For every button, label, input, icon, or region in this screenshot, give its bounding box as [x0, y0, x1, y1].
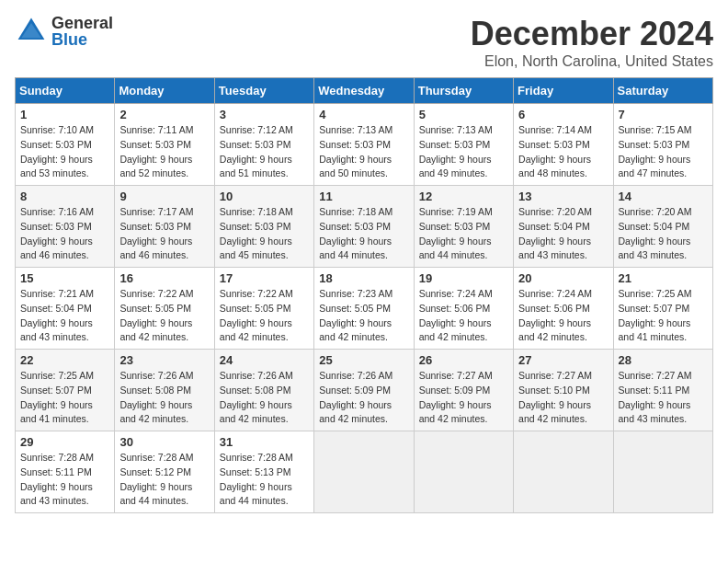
- calendar-day-16: 16Sunrise: 7:22 AMSunset: 5:05 PMDayligh…: [115, 268, 214, 350]
- calendar-day-15: 15Sunrise: 7:21 AMSunset: 5:04 PMDayligh…: [16, 268, 115, 350]
- calendar-day-24: 24Sunrise: 7:26 AMSunset: 5:08 PMDayligh…: [214, 350, 313, 431]
- col-tuesday: Tuesday: [214, 78, 313, 104]
- col-friday: Friday: [514, 78, 613, 104]
- calendar-day-19: 19Sunrise: 7:24 AMSunset: 5:06 PMDayligh…: [414, 268, 513, 350]
- col-thursday: Thursday: [414, 78, 513, 104]
- col-saturday: Saturday: [613, 78, 712, 104]
- col-wednesday: Wednesday: [314, 78, 414, 104]
- month-title: December 2024: [471, 15, 713, 53]
- calendar-day-10: 10Sunrise: 7:18 AMSunset: 5:03 PMDayligh…: [214, 186, 313, 268]
- calendar-day-29: 29Sunrise: 7:28 AMSunset: 5:11 PMDayligh…: [16, 431, 115, 513]
- calendar-day-23: 23Sunrise: 7:26 AMSunset: 5:08 PMDayligh…: [115, 350, 214, 431]
- calendar-day-31: 31Sunrise: 7:28 AMSunset: 5:13 PMDayligh…: [214, 431, 313, 513]
- calendar-day-5: 5Sunrise: 7:13 AMSunset: 5:03 PMDaylight…: [414, 104, 513, 186]
- calendar-header-row: Sunday Monday Tuesday Wednesday Thursday…: [16, 78, 713, 104]
- calendar-day-22: 22Sunrise: 7:25 AMSunset: 5:07 PMDayligh…: [16, 350, 115, 431]
- calendar-day-20: 20Sunrise: 7:24 AMSunset: 5:06 PMDayligh…: [514, 268, 613, 350]
- calendar-day-14: 14Sunrise: 7:20 AMSunset: 5:04 PMDayligh…: [613, 186, 712, 268]
- location-title: Elon, North Carolina, United States: [471, 53, 713, 70]
- col-monday: Monday: [115, 78, 214, 104]
- calendar-day-11: 11Sunrise: 7:18 AMSunset: 5:03 PMDayligh…: [314, 186, 414, 268]
- logo-text: General Blue: [51, 15, 113, 48]
- calendar-day-18: 18Sunrise: 7:23 AMSunset: 5:05 PMDayligh…: [314, 268, 414, 350]
- logo-blue-text: Blue: [51, 31, 113, 48]
- calendar-day-25: 25Sunrise: 7:26 AMSunset: 5:09 PMDayligh…: [314, 350, 414, 431]
- page-header: General Blue December 2024 Elon, North C…: [15, 15, 713, 70]
- calendar-day-26: 26Sunrise: 7:27 AMSunset: 5:09 PMDayligh…: [414, 350, 513, 431]
- calendar-day-4: 4Sunrise: 7:13 AMSunset: 5:03 PMDaylight…: [314, 104, 414, 186]
- calendar-day-12: 12Sunrise: 7:19 AMSunset: 5:03 PMDayligh…: [414, 186, 513, 268]
- calendar-day-21: 21Sunrise: 7:25 AMSunset: 5:07 PMDayligh…: [613, 268, 712, 350]
- calendar-day-30: 30Sunrise: 7:28 AMSunset: 5:12 PMDayligh…: [115, 431, 214, 513]
- calendar-day-empty-w4c3: [314, 431, 414, 513]
- calendar-day-empty-w4c4: [414, 431, 513, 513]
- logo-general-text: General: [51, 15, 113, 31]
- calendar-day-empty-w4c5: [514, 431, 613, 513]
- calendar-table: Sunday Monday Tuesday Wednesday Thursday…: [15, 77, 713, 513]
- calendar-day-17: 17Sunrise: 7:22 AMSunset: 5:05 PMDayligh…: [214, 268, 313, 350]
- calendar-day-3: 3Sunrise: 7:12 AMSunset: 5:03 PMDaylight…: [214, 104, 313, 186]
- calendar-day-1: 1Sunrise: 7:10 AMSunset: 5:03 PMDaylight…: [16, 104, 115, 186]
- calendar-day-28: 28Sunrise: 7:27 AMSunset: 5:11 PMDayligh…: [613, 350, 712, 431]
- calendar-day-9: 9Sunrise: 7:17 AMSunset: 5:03 PMDaylight…: [115, 186, 214, 268]
- calendar-day-6: 6Sunrise: 7:14 AMSunset: 5:03 PMDaylight…: [514, 104, 613, 186]
- calendar-day-8: 8Sunrise: 7:16 AMSunset: 5:03 PMDaylight…: [16, 186, 115, 268]
- calendar-day-7: 7Sunrise: 7:15 AMSunset: 5:03 PMDaylight…: [613, 104, 712, 186]
- calendar-day-2: 2Sunrise: 7:11 AMSunset: 5:03 PMDaylight…: [115, 104, 214, 186]
- title-area: December 2024 Elon, North Carolina, Unit…: [471, 15, 713, 70]
- logo: General Blue: [15, 15, 113, 48]
- col-sunday: Sunday: [16, 78, 115, 104]
- calendar-day-empty-w4c6: [613, 431, 712, 513]
- calendar-day-27: 27Sunrise: 7:27 AMSunset: 5:10 PMDayligh…: [514, 350, 613, 431]
- calendar-day-13: 13Sunrise: 7:20 AMSunset: 5:04 PMDayligh…: [514, 186, 613, 268]
- logo-icon: [15, 15, 48, 48]
